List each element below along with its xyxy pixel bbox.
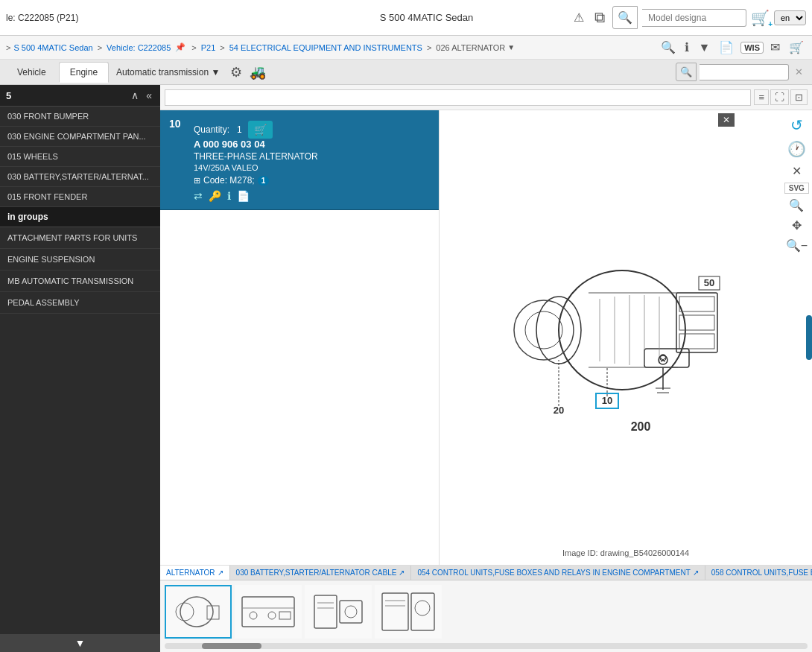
refresh-toolbar-btn[interactable]: ↺: [784, 115, 809, 136]
thumb-svg-4: [378, 589, 438, 634]
zoom-out-toolbar-btn[interactable]: 🔍−: [784, 237, 809, 254]
thumb-item-4[interactable]: [375, 585, 442, 639]
settings-icon[interactable]: ⚙: [227, 63, 245, 82]
header-right: ⚠ ⧉ 🔍 🛒 + en de fr: [571, 6, 806, 29]
qty-value: 1: [237, 124, 242, 135]
sidebar-shrink-btn[interactable]: «: [144, 89, 154, 101]
svg-rect-47: [411, 593, 434, 630]
thumb-tab-link-icon: ↗: [218, 569, 223, 577]
tab-bar: Vehicle Engine Automatic transmission ▼ …: [0, 60, 812, 85]
doc-action-btn[interactable]: 📄: [237, 190, 250, 202]
tab-transmission[interactable]: Automatic transmission ▼: [110, 63, 226, 82]
language-select[interactable]: en de fr: [774, 10, 806, 25]
list-view-btn[interactable]: ≡: [754, 89, 769, 105]
svg-text:200: 200: [631, 420, 651, 433]
breadcrumb-54-elec[interactable]: 54 ELECTRICAL EQUIPMENT AND INSTRUMENTS: [229, 43, 422, 52]
scroll-indicator: [806, 315, 812, 360]
tab-clear-btn[interactable]: ✕: [792, 65, 806, 79]
svg-point-38: [250, 612, 257, 619]
grid-icon: ⊞: [194, 176, 200, 186]
parts-title-input[interactable]: [165, 89, 751, 106]
diagram-close-btn[interactable]: ✕: [718, 113, 735, 127]
thumbnail-tabs: ALTERNATOR ↗ 030 BATTERY,STARTER/ALTERNA…: [160, 566, 812, 580]
sidebar-scroll-down-btn[interactable]: ▼: [0, 634, 160, 652]
sidebar: 5 ∧ « 030 FRONT BUMPER 030 ENGINE COMPAR…: [0, 85, 160, 652]
content-split: 10 Quantity: 1 🛒 A 000 906 03 04 THREE-P…: [160, 110, 812, 565]
sidebar-item-030-engine[interactable]: 030 ENGINE COMPARTMENT PAN...: [0, 127, 160, 147]
sidebar-item-030-front[interactable]: 030 FRONT BUMPER: [0, 107, 160, 127]
thumb-item-2[interactable]: [235, 585, 302, 639]
email-btn[interactable]: ✉: [768, 39, 782, 55]
diagram-area: ✕ ↺ 🕐 ✕ SVG 🔍 ✥ 🔍−: [440, 110, 812, 565]
move-toolbar-btn[interactable]: ✥: [784, 217, 809, 234]
sidebar-title: 5: [6, 90, 11, 101]
svg-point-45: [345, 606, 357, 618]
thumb-tab-alternator[interactable]: ALTERNATOR ↗: [160, 566, 230, 580]
filter-btn[interactable]: ▼: [696, 40, 712, 55]
minimize-view-btn[interactable]: ⊡: [790, 89, 808, 105]
thumb-tab-battery-cable[interactable]: 030 BATTERY,STARTER/ALTERNATOR CABLE ↗: [230, 566, 412, 580]
history-toolbar-btn[interactable]: 🕐: [784, 139, 809, 159]
zoom-search-btn[interactable]: 🔍: [659, 39, 678, 55]
close-toolbar-btn[interactable]: ✕: [784, 162, 809, 180]
thumb-tab-link-icon-3: ↗: [693, 569, 699, 577]
thumb-item-3[interactable]: [305, 585, 372, 639]
sidebar-collapse-btn[interactable]: ∧: [129, 89, 141, 101]
cart-plus-icon: +: [768, 20, 773, 28]
part-badge: 1: [258, 176, 270, 186]
info-action-btn[interactable]: ℹ: [227, 190, 231, 202]
part-qty-section: Quantity: 1 🛒: [194, 121, 430, 139]
breadcrumb-right-icons: 🔍 ℹ ▼ 📄 WIS ✉ 🛒: [659, 39, 806, 55]
breadcrumb-bar: > S 500 4MATIC Sedan > Vehicle: C222085 …: [0, 36, 812, 60]
svg-rect-10: [679, 297, 714, 311]
sidebar-item-015-fender[interactable]: 015 FRONT FENDER: [0, 187, 160, 207]
breadcrumb-s500[interactable]: S 500 4MATIC Sedan: [13, 43, 92, 52]
warning-icon[interactable]: ⚠: [571, 9, 587, 26]
breadcrumb-p21[interactable]: P21: [201, 43, 216, 52]
svg-point-34: [176, 603, 194, 621]
thumb-tab-058-control[interactable]: 058 CONTROL UNITS,FUSE BOXES ↗: [705, 566, 812, 580]
top-header: le: C222085 (P21) S 500 4MATIC Sedan ⚠ ⧉…: [0, 0, 812, 36]
svg-text:20: 20: [554, 405, 564, 416]
cart-button[interactable]: 🛒 +: [751, 9, 770, 27]
swap-action-btn[interactable]: ⇄: [194, 190, 203, 202]
image-id-label: Image ID: drawing_B54026000144: [562, 548, 689, 557]
print-btn[interactable]: 📄: [717, 39, 736, 55]
tab-search-icon[interactable]: 🔍: [676, 63, 697, 81]
sidebar-group-mb-auto[interactable]: MB AUTOMATIC TRANSMISSION: [0, 270, 160, 292]
search-icon-top[interactable]: 🔍: [612, 6, 638, 29]
qty-label: Quantity:: [194, 124, 229, 135]
part-item-header: 10 Quantity: 1 🛒 A 000 906 03 04 THREE-P…: [169, 118, 430, 202]
sidebar-group-pedal[interactable]: PEDAL ASSEMBLY: [0, 292, 160, 314]
breadcrumb-026-alt[interactable]: 026 ALTERNATOR ▼: [436, 43, 515, 52]
tab-vehicle[interactable]: Vehicle: [6, 62, 57, 83]
svg-point-33: [180, 597, 213, 627]
cart-breadcrumb-btn[interactable]: 🛒: [787, 39, 806, 55]
thumb-tab-054-control[interactable]: 054 CONTROL UNITS,FUSE BOXES AND RELAYS …: [411, 566, 705, 580]
svg-toolbar-btn[interactable]: SVG: [784, 183, 809, 194]
svg-rect-40: [279, 612, 291, 619]
sidebar-group-engine-sus[interactable]: ENGINE SUSPENSION: [0, 249, 160, 270]
add-to-cart-btn[interactable]: 🛒: [248, 121, 273, 139]
thumb-item-1[interactable]: [165, 585, 232, 639]
tab-search-input[interactable]: [700, 64, 789, 80]
zoom-in-toolbar-btn[interactable]: 🔍: [784, 197, 809, 214]
model-search-input[interactable]: [642, 9, 746, 27]
sidebar-group-attachment[interactable]: ATTACHMENT PARTS FOR UNITS: [0, 227, 160, 249]
thumb-svg-3: [308, 589, 368, 634]
part-item-10: 10 Quantity: 1 🛒 A 000 906 03 04 THREE-P…: [160, 110, 439, 210]
svg-rect-41: [314, 595, 337, 628]
sidebar-item-030-battery[interactable]: 030 BATTERY,STARTER/ALTERNAT...: [0, 167, 160, 187]
tab-engine[interactable]: Engine: [59, 62, 109, 83]
breadcrumb-vehicle[interactable]: Vehicle: C222085: [107, 43, 171, 52]
part-code-section: ⊞ Code: M278; 1: [194, 175, 430, 186]
info-btn[interactable]: ℹ: [682, 39, 691, 55]
copy-icon[interactable]: ⧉: [591, 7, 608, 28]
wis-btn[interactable]: WIS: [740, 42, 764, 54]
sidebar-item-015-wheels[interactable]: 015 WHEELS: [0, 147, 160, 167]
right-panel: ≡ ⛶ ⊡ 10 Quantity: 1: [160, 85, 812, 652]
key-action-btn[interactable]: 🔑: [209, 190, 221, 202]
expand-view-btn[interactable]: ⛶: [770, 89, 789, 105]
tractor-icon[interactable]: 🚜: [247, 63, 269, 82]
thumb-svg-1: [168, 589, 228, 634]
